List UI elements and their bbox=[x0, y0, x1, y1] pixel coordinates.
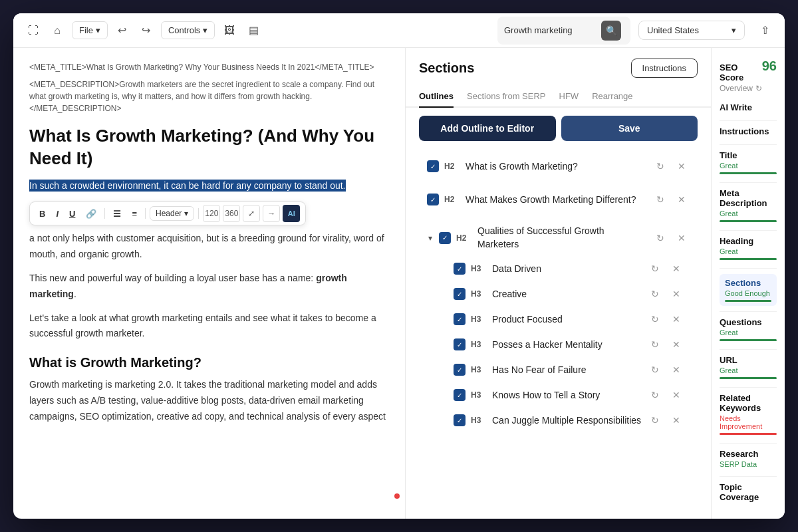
section-1-heading[interactable]: What is Growth Marketing? bbox=[29, 355, 389, 370]
seo-meta-description[interactable]: Meta Description Great bbox=[720, 188, 777, 222]
sub-checkbox[interactable]: ✓ bbox=[454, 313, 466, 325]
outline-checkbox-3[interactable]: ✓ bbox=[439, 232, 451, 244]
country-select[interactable]: United States ▾ bbox=[638, 21, 745, 40]
arrow-button[interactable]: → bbox=[263, 205, 280, 222]
sub-remove[interactable]: ✕ bbox=[668, 387, 684, 403]
sub-refresh[interactable]: ↻ bbox=[647, 362, 663, 378]
remove-outline-2[interactable]: ✕ bbox=[674, 192, 690, 207]
seo-refresh-icon[interactable]: ↻ bbox=[755, 84, 762, 93]
collapse-chevron-button[interactable]: ▾ bbox=[427, 232, 434, 244]
heading-tag-h3: H3 bbox=[471, 289, 487, 299]
file-menu-button[interactable]: File ▾ bbox=[72, 21, 108, 39]
width-120-button[interactable]: 120 bbox=[203, 205, 220, 222]
body-paragraph-section1[interactable]: Growth marketing is marketing 2.0. It ta… bbox=[29, 377, 389, 424]
seo-status-badge: Needs Improvement bbox=[720, 414, 777, 430]
remove-outline-3[interactable]: ✕ bbox=[674, 230, 690, 246]
seo-research[interactable]: Research SERP Data bbox=[720, 449, 777, 468]
sub-refresh[interactable]: ↻ bbox=[647, 412, 663, 428]
underline-button[interactable]: U bbox=[65, 207, 79, 221]
article-title[interactable]: What Is Growth Marketing? (And Why You N… bbox=[29, 125, 389, 170]
sub-refresh[interactable]: ↻ bbox=[647, 261, 663, 277]
seo-related-keywords[interactable]: Related Keywords Needs Improvement bbox=[720, 393, 777, 435]
remove-outline-1[interactable]: ✕ bbox=[674, 158, 690, 174]
sub-remove[interactable]: ✕ bbox=[668, 286, 684, 302]
sub-text[interactable]: Creative bbox=[492, 289, 642, 299]
sub-remove[interactable]: ✕ bbox=[668, 261, 684, 277]
refresh-outline-1[interactable]: ↻ bbox=[652, 158, 668, 174]
seo-status-badge: Great bbox=[720, 329, 777, 336]
italic-button[interactable]: I bbox=[52, 207, 63, 221]
seo-topic-coverage[interactable]: Topic Coverage bbox=[720, 482, 777, 502]
instructions-button[interactable]: Instructions bbox=[631, 59, 698, 78]
header-style-select[interactable]: Header ▾ bbox=[150, 206, 194, 221]
seo-url[interactable]: URL Great bbox=[720, 355, 777, 379]
ai-button[interactable]: AI bbox=[283, 205, 300, 222]
sub-refresh[interactable]: ↻ bbox=[647, 387, 663, 403]
outline-text-3[interactable]: Qualities of Successful Growth Marketers bbox=[477, 225, 647, 251]
sub-text[interactable]: Has No Fear of Failure bbox=[492, 364, 642, 375]
expand-button[interactable]: ⤢ bbox=[243, 205, 260, 222]
controls-menu-button[interactable]: Controls ▾ bbox=[161, 21, 215, 39]
seo-divider bbox=[720, 268, 777, 269]
seo-item-title: Sections bbox=[725, 278, 771, 288]
save-button[interactable]: Save bbox=[561, 116, 698, 141]
seo-divider bbox=[720, 476, 777, 477]
home-icon[interactable]: ⌂ bbox=[48, 21, 66, 40]
seo-status-badge: Great bbox=[720, 366, 777, 374]
tab-outlines[interactable]: Outlines bbox=[419, 86, 454, 108]
sub-checkbox[interactable]: ✓ bbox=[454, 263, 466, 275]
seo-title[interactable]: Title Great bbox=[720, 150, 777, 174]
seo-instructions[interactable]: Instructions bbox=[720, 126, 777, 136]
search-input[interactable] bbox=[504, 25, 597, 35]
add-outline-button[interactable]: Add Outline to Editor bbox=[419, 116, 556, 141]
sub-checkbox[interactable]: ✓ bbox=[454, 338, 466, 350]
sub-checkbox[interactable]: ✓ bbox=[454, 288, 466, 300]
seo-divider bbox=[720, 120, 777, 121]
seo-questions[interactable]: Questions Great bbox=[720, 317, 777, 341]
sub-remove[interactable]: ✕ bbox=[668, 311, 684, 327]
outline-text-2[interactable]: What Makes Growth Marketing Different? bbox=[466, 194, 647, 205]
sub-checkbox[interactable]: ✓ bbox=[454, 364, 466, 376]
body-paragraph-2[interactable]: This new and powerful way of building a … bbox=[29, 271, 389, 303]
share-icon[interactable]: ⇧ bbox=[755, 21, 774, 40]
outline-text-1[interactable]: What is Growth Marketing? bbox=[466, 161, 647, 172]
expand-icon[interactable]: ⛶ bbox=[24, 21, 43, 40]
table-icon[interactable]: ▤ bbox=[244, 21, 263, 40]
body-paragraph-4[interactable]: Let's take a look at what growth marketi… bbox=[29, 311, 389, 342]
sub-refresh[interactable]: ↻ bbox=[647, 311, 663, 327]
sub-refresh[interactable]: ↻ bbox=[647, 336, 663, 352]
sub-refresh[interactable]: ↻ bbox=[647, 286, 663, 302]
seo-sections[interactable]: Sections Good Enough bbox=[720, 274, 777, 306]
tab-sections-from-serp[interactable]: Sections from SERP bbox=[467, 86, 546, 108]
sub-text[interactable]: Can Juggle Multiple Responsibilities bbox=[492, 415, 642, 426]
sub-checkbox[interactable]: ✓ bbox=[454, 389, 466, 401]
tab-rearrange[interactable]: Rearrange bbox=[592, 86, 632, 108]
bold-button[interactable]: B bbox=[35, 207, 49, 221]
link-button[interactable]: 🔗 bbox=[82, 207, 100, 221]
redo-icon[interactable]: ↪ bbox=[137, 21, 156, 40]
unordered-list-button[interactable]: ≡ bbox=[128, 207, 141, 221]
seo-divider bbox=[720, 230, 777, 231]
sub-text[interactable]: Posses a Hacker Mentality bbox=[492, 339, 642, 350]
body-paragraph-selected[interactable]: In such a crowded environment, it can be… bbox=[29, 178, 389, 194]
sub-remove[interactable]: ✕ bbox=[668, 412, 684, 428]
ordered-list-button[interactable]: ☰ bbox=[109, 207, 125, 221]
outline-checkbox-2[interactable]: ✓ bbox=[427, 194, 439, 205]
refresh-outline-2[interactable]: ↻ bbox=[652, 192, 668, 207]
undo-icon[interactable]: ↩ bbox=[113, 21, 132, 40]
sub-text[interactable]: Knows How to Tell a Story bbox=[492, 390, 642, 400]
sub-remove[interactable]: ✕ bbox=[668, 336, 684, 352]
tab-hfw[interactable]: HFW bbox=[559, 86, 579, 108]
sub-remove[interactable]: ✕ bbox=[668, 362, 684, 378]
image-icon[interactable]: 🖼 bbox=[220, 21, 239, 40]
sub-checkbox[interactable]: ✓ bbox=[454, 414, 466, 426]
refresh-outline-3[interactable]: ↻ bbox=[652, 230, 668, 246]
outline-checkbox-1[interactable]: ✓ bbox=[427, 160, 439, 172]
body-paragraph-1[interactable]: a not only helps with customer acquisiti… bbox=[29, 231, 389, 263]
width-360-button[interactable]: 360 bbox=[223, 205, 240, 222]
seo-ai-write[interactable]: AI Write bbox=[720, 102, 777, 112]
sub-text[interactable]: Product Focused bbox=[492, 314, 642, 325]
seo-heading[interactable]: Heading Great bbox=[720, 236, 777, 260]
search-button[interactable]: 🔍 bbox=[601, 21, 621, 41]
sub-text[interactable]: Data Driven bbox=[492, 263, 642, 274]
